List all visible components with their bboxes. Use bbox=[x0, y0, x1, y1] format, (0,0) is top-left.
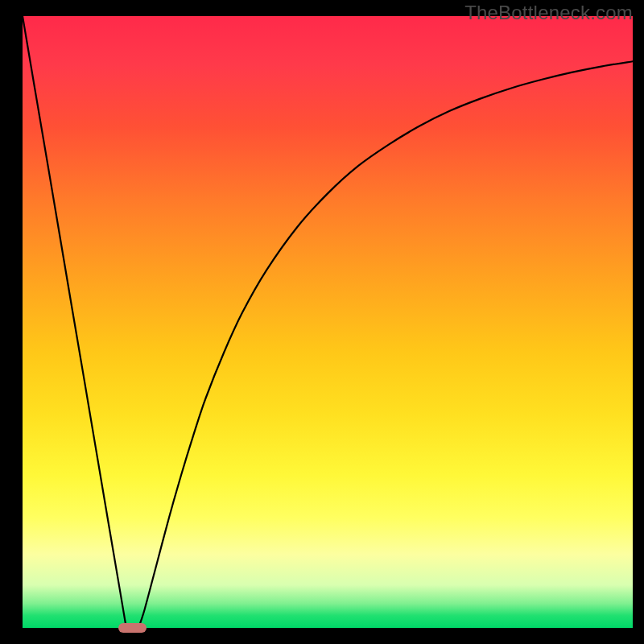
chart-container: TheBottleneck.com bbox=[0, 0, 644, 644]
curve-svg bbox=[23, 16, 633, 628]
watermark-text: TheBottleneck.com bbox=[464, 2, 633, 24]
bottleneck-curve bbox=[23, 16, 633, 628]
plot-area bbox=[23, 16, 633, 628]
